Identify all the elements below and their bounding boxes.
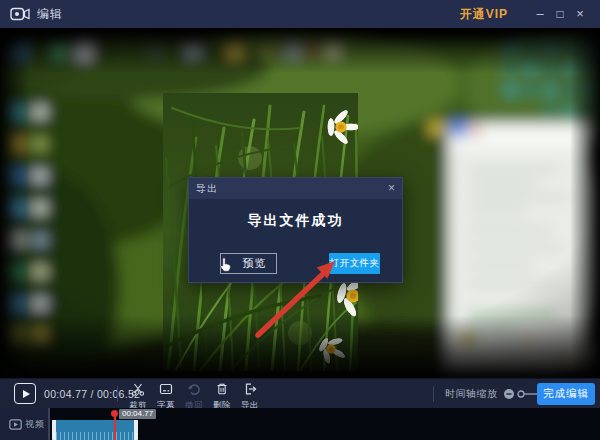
video-track-icon [9,419,22,430]
clip-trim-handle-left[interactable] [52,420,56,440]
preview-button-label: 预览 [243,256,267,271]
vip-link[interactable]: 开通VIP [460,6,508,23]
clip-trim-handle-right[interactable] [134,420,138,440]
track-separator [48,408,50,440]
playback-toolbar: 00:04.77 / 00:06.52 裁剪 字幕 [0,378,600,408]
open-folder-button-label: 打开文件夹 [330,257,380,270]
export-icon [243,382,257,396]
clip-waveform [56,432,134,440]
dialog-title: 导出 [196,182,218,196]
playhead[interactable] [114,413,116,440]
export-dialog: 导出 × 导出文件成功 预览 打开文件夹 [188,177,403,283]
hand-pointer-icon [217,256,235,274]
playhead-time-tooltip: 00:04.77 [119,409,156,419]
titlebar: 编辑 开通VIP – □ × [0,0,600,28]
finish-edit-label: 完成编辑 [543,387,589,401]
play-button[interactable] [14,383,36,404]
video-clip[interactable] [52,420,138,440]
app-window: 编辑 开通VIP – □ × [0,0,600,440]
zoom-out-icon [504,389,514,399]
playhead-handle[interactable] [111,410,118,417]
toolbar-divider [433,386,434,402]
video-camera-icon [10,6,30,22]
export-success-message: 导出文件成功 [189,212,402,230]
open-folder-button[interactable]: 打开文件夹 [329,253,380,274]
preview-button[interactable]: 预览 [220,253,277,274]
timeline-zoom-label: 时间轴缩放 [445,387,498,401]
close-button[interactable]: × [570,0,590,28]
undo-icon [187,382,201,396]
maximize-button[interactable]: □ [550,0,570,28]
toolbar-divider [117,386,118,402]
minimize-button[interactable]: – [530,0,550,28]
dialog-close-icon[interactable]: × [388,178,395,199]
timeline: 视频 00:04.77 [0,408,600,440]
subtitle-icon [159,382,173,396]
video-track-label: 视频 [25,418,45,431]
play-icon [23,390,30,398]
finish-edit-button[interactable]: 完成编辑 [537,383,595,405]
video-track-header: 视频 [0,408,48,440]
trash-icon [215,382,229,396]
window-title: 编辑 [37,6,63,23]
scissors-icon [131,382,145,396]
zoom-slider-knob [518,391,524,397]
dialog-header: 导出 × [189,178,402,199]
